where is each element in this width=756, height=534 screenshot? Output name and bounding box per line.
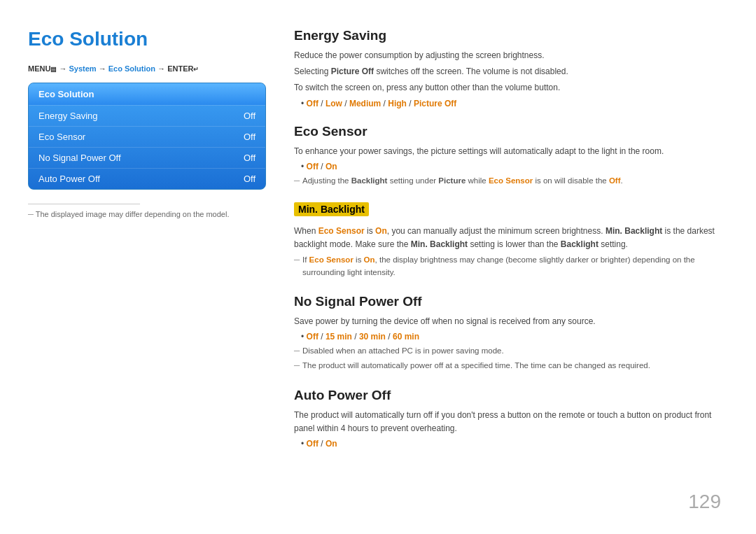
section-auto-power: Auto Power Off The product will automati…	[294, 388, 721, 449]
ui-box: Eco Solution Energy Saving Off Eco Senso…	[28, 83, 266, 190]
section-title-eco-sensor: Eco Sensor	[294, 124, 721, 139]
menu-item-no-signal[interactable]: No Signal Power Off Off	[29, 147, 265, 168]
no-signal-desc: Save power by turning the device off whe…	[294, 315, 721, 328]
menu-item-auto-power[interactable]: Auto Power Off Off	[29, 168, 265, 189]
left-panel: Eco Solution MENU▤ → System → Eco Soluti…	[28, 28, 287, 506]
menu-item-label: Auto Power Off	[38, 174, 100, 184]
eco-sensor-options: Off / On	[301, 162, 721, 171]
menu-item-eco-sensor[interactable]: Eco Sensor Off	[29, 126, 265, 147]
section-title-no-signal: No Signal Power Off	[294, 294, 721, 309]
menu-item-value: Off	[244, 153, 255, 163]
section-eco-sensor: Eco Sensor To enhance your power savings…	[294, 124, 721, 187]
energy-saving-options: Off / Low / Medium / High / Picture Off	[301, 99, 721, 108]
menu-path: MENU▤ → System → Eco Solution → ENTER↵	[28, 64, 266, 73]
energy-saving-desc2: Selecting Picture Off switches off the s…	[294, 65, 721, 78]
menu-item-label: Eco Sensor	[38, 132, 85, 142]
right-panel: Energy Saving Reduce the power consumpti…	[287, 28, 721, 506]
menu-prefix: MENU	[28, 64, 50, 73]
section-energy-saving: Energy Saving Reduce the power consumpti…	[294, 28, 721, 108]
menu-item-energy-saving[interactable]: Energy Saving Off	[29, 105, 265, 126]
energy-saving-desc3: To switch the screen on, press any butto…	[294, 81, 721, 94]
divider	[28, 204, 140, 204]
menu-item-label: No Signal Power Off	[38, 153, 121, 163]
eco-sensor-note: Adjusting the Backlight setting under Pi…	[294, 175, 721, 187]
page-title: Eco Solution	[28, 28, 266, 50]
section-no-signal: No Signal Power Off Save power by turnin…	[294, 294, 721, 372]
section-title-min-backlight: Min. Backlight	[294, 202, 369, 216]
no-signal-note1: Disabled when an attached PC is in power…	[294, 345, 721, 357]
menu-item-value: Off	[244, 111, 255, 121]
energy-saving-desc1: Reduce the power consumption by adjustin…	[294, 49, 721, 62]
section-title-energy-saving: Energy Saving	[294, 28, 721, 43]
min-backlight-note: If Eco Sensor is On, the display brightn…	[294, 254, 721, 279]
auto-power-desc: The product will automatically turn off …	[294, 409, 721, 435]
menu-item-value: Off	[244, 132, 255, 142]
menu-item-value: Off	[244, 174, 255, 184]
no-signal-note2: The product will automatically power off…	[294, 360, 721, 372]
page-number: 129	[688, 491, 721, 513]
section-min-backlight: Min. Backlight When Eco Sensor is On, yo…	[294, 202, 721, 279]
section-title-auto-power: Auto Power Off	[294, 388, 721, 403]
auto-power-options: Off / On	[301, 439, 721, 449]
ui-box-title: Eco Solution	[29, 83, 265, 105]
image-note: The displayed image may differ depending…	[28, 210, 266, 218]
no-signal-options: Off / 15 min / 30 min / 60 min	[301, 332, 721, 342]
min-backlight-desc: When Eco Sensor is On, you can manually …	[294, 225, 721, 251]
menu-item-label: Energy Saving	[38, 111, 98, 121]
eco-sensor-desc: To enhance your power savings, the pictu…	[294, 145, 721, 158]
